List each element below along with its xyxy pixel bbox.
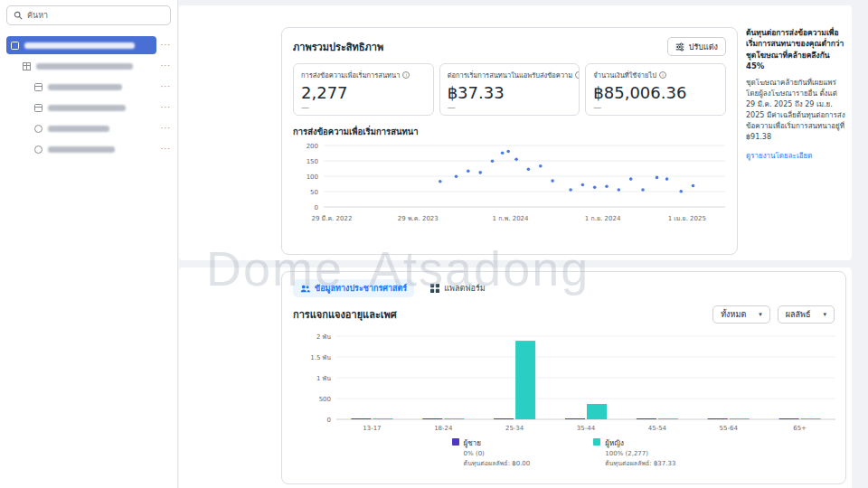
item-options-button[interactable]: ···	[160, 140, 171, 158]
gender-legend: ผู้ชาย0% (0)ต้นทุนต่อผลลัพธ์: ฿0.00ผู้หญ…	[293, 437, 835, 468]
legend-swatch	[593, 438, 600, 446]
legend-text: ผู้ชาย0% (0)ต้นทุนต่อผลลัพธ์: ฿0.00	[464, 437, 531, 468]
item-options-button[interactable]: ···	[160, 78, 171, 96]
svg-text:65+: 65+	[793, 425, 807, 432]
metric-label: การส่งข้อความเพื่อเริ่มการสนทนาi	[301, 70, 426, 80]
performance-title: ภาพรวมประสิทธิภาพ	[293, 39, 383, 55]
legend-name: ผู้ชาย	[464, 437, 531, 449]
grid-icon	[430, 284, 439, 293]
ad-icon	[34, 125, 42, 133]
search-icon	[14, 11, 23, 20]
performance-panel: ภาพรวมประสิทธิภาพ ปรับแต่ง การส่งข้อความ…	[179, 5, 852, 260]
svg-text:100: 100	[307, 174, 318, 181]
redacted-label	[48, 146, 115, 153]
sidebar-item-row[interactable]	[18, 57, 156, 75]
sidebar-item-row[interactable]	[30, 78, 156, 96]
svg-text:1 ก.ย. 2024: 1 ก.ย. 2024	[585, 215, 621, 222]
metric-label-text: ต่อการเริ่มการสนทนาในแอพรับส่งข้อความ	[448, 70, 573, 80]
adset-icon	[34, 104, 42, 112]
folder-icon	[11, 42, 19, 50]
metric-label-text: การส่งข้อความเพื่อเริ่มการสนทนา	[301, 70, 400, 80]
sidebar-item: ···	[6, 78, 171, 96]
campaign-tree-sidebar: ค้นหา ··················	[0, 0, 178, 488]
sidebar-item-row[interactable]	[30, 99, 156, 117]
info-icon[interactable]: i	[575, 71, 580, 79]
sidebar-item: ···	[6, 119, 171, 137]
svg-text:29 พ.ค. 2023: 29 พ.ค. 2023	[398, 215, 439, 222]
redacted-label	[48, 105, 126, 111]
item-options-button[interactable]: ···	[160, 57, 171, 75]
tab-demographics[interactable]: ข้อมูลทางประชากรศาสตร์	[293, 279, 414, 297]
search-placeholder: ค้นหา	[27, 9, 48, 22]
demographics-panel: ข้อมูลทางประชากรศาสตร์แพลตฟอร์ม การแจกแจ…	[179, 267, 852, 488]
insight-body: ชุดโฆษณาคล้ายกันที่เผยแพร่โดยผู้ลงโฆษณาร…	[746, 78, 848, 143]
svg-text:29 มี.ค. 2022: 29 มี.ค. 2022	[311, 215, 352, 222]
tab-platform[interactable]: แพลตฟอร์ม	[423, 279, 493, 297]
metric-card: จำนวนเงินที่ใช้จ่ายไปi฿85,006.36—	[585, 63, 726, 116]
dropdown-label: ทั้งหมด	[721, 308, 746, 321]
svg-text:2 พัน: 2 พัน	[316, 333, 331, 341]
legend-entry: ผู้หญิง100% (2,277)ต้นทุนต่อผลลัพธ์: ฿37…	[593, 437, 675, 468]
sidebar-item-row[interactable]	[6, 36, 156, 54]
sidebar-item-row[interactable]	[30, 119, 156, 137]
info-icon[interactable]: i	[659, 71, 666, 79]
metric-card: การส่งข้อความเพื่อเริ่มการสนทนาi2,277—	[293, 63, 434, 116]
ad-icon	[34, 145, 42, 154]
svg-text:200: 200	[307, 143, 318, 150]
info-icon[interactable]: i	[402, 71, 410, 79]
campaign-tree: ··················	[6, 36, 171, 158]
metric-secondary: —	[448, 103, 572, 112]
legend-share: 100% (2,277)	[605, 450, 675, 457]
svg-text:18-24: 18-24	[434, 425, 453, 432]
svg-text:0: 0	[315, 204, 318, 211]
sidebar-item-row[interactable]	[30, 140, 156, 158]
legend-name: ผู้หญิง	[605, 437, 675, 449]
ads-reporting-screen: ค้นหา ·················· ภาพรวมประสิทธิภ…	[0, 0, 868, 488]
item-options-button[interactable]: ···	[160, 119, 171, 137]
svg-text:1.5 พัน: 1.5 พัน	[310, 354, 331, 361]
people-icon	[300, 284, 310, 294]
legend-share: 0% (0)	[464, 450, 531, 457]
insight-headline: ต้นทุนต่อการส่งข้อความเพื่อเริ่มการสนทนา…	[746, 27, 848, 71]
main-content: ภาพรวมประสิทธิภาพ ปรับแต่ง การส่งข้อความ…	[178, 0, 868, 488]
search-input[interactable]: ค้นหา	[6, 5, 171, 25]
chevron-down-icon: ▾	[759, 311, 762, 318]
redacted-label	[36, 63, 133, 70]
svg-text:35-44: 35-44	[577, 425, 596, 432]
metric-label: ต่อการเริ่มการสนทนาในแอพรับส่งข้อความi	[448, 70, 572, 80]
svg-text:50: 50	[310, 189, 318, 196]
adset-icon	[34, 83, 42, 91]
metric-secondary: —	[593, 103, 718, 112]
item-options-button[interactable]: ···	[160, 36, 171, 54]
scatter-chart-title: การส่งข้อความเพื่อเริ่มการสนทนา	[293, 125, 726, 138]
performance-overview-card: ภาพรวมประสิทธิภาพ ปรับแต่ง การส่งข้อความ…	[281, 27, 738, 255]
customize-button[interactable]: ปรับแต่ง	[667, 37, 726, 56]
redacted-label	[48, 126, 109, 132]
metric-value: ฿85,006.36	[593, 83, 718, 102]
age-gender-bar-chart: 05001 พัน1.5 พัน2 พัน13-1718-2425-3435-4…	[293, 329, 836, 436]
svg-text:13-17: 13-17	[363, 425, 381, 432]
sidebar-item: ···	[6, 99, 171, 117]
metric-dropdown[interactable]: ผลลัพธ์▾	[778, 305, 835, 324]
metric-cards: การส่งข้อความเพื่อเริ่มการสนทนาi2,277—ต่…	[293, 63, 726, 116]
svg-text:500: 500	[319, 396, 331, 403]
dropdown-label: ผลลัพธ์	[786, 308, 811, 321]
sidebar-item: ···	[6, 140, 171, 158]
legend-text: ผู้หญิง100% (2,277)ต้นทุนต่อผลลัพธ์: ฿37…	[605, 437, 675, 468]
detailed-report-link[interactable]: ดูรายงานโดยละเอียด	[746, 150, 848, 162]
metric-value: ฿37.33	[448, 83, 572, 102]
svg-text:25-34: 25-34	[505, 425, 524, 432]
breakdown-dropdown[interactable]: ทั้งหมด▾	[712, 305, 770, 324]
svg-text:1 พัน: 1 พัน	[316, 375, 331, 382]
breakdown-tabs: ข้อมูลทางประชากรศาสตร์แพลตฟอร์ม	[293, 279, 835, 297]
svg-text:55-64: 55-64	[720, 425, 739, 432]
item-options-button[interactable]: ···	[160, 99, 171, 117]
demographics-card: ข้อมูลทางประชากรศาสตร์แพลตฟอร์ม การแจกแจ…	[281, 271, 846, 484]
customize-label: ปรับแต่ง	[689, 41, 718, 53]
svg-text:45-54: 45-54	[648, 425, 667, 432]
svg-text:1 เม.ย. 2025: 1 เม.ย. 2025	[668, 215, 706, 222]
tab-label: ข้อมูลทางประชากรศาสตร์	[315, 282, 407, 295]
legend-cost: ต้นทุนต่อผลลัพธ์: ฿0.00	[464, 458, 531, 468]
redacted-label	[24, 42, 135, 49]
chevron-down-icon: ▾	[823, 311, 826, 318]
